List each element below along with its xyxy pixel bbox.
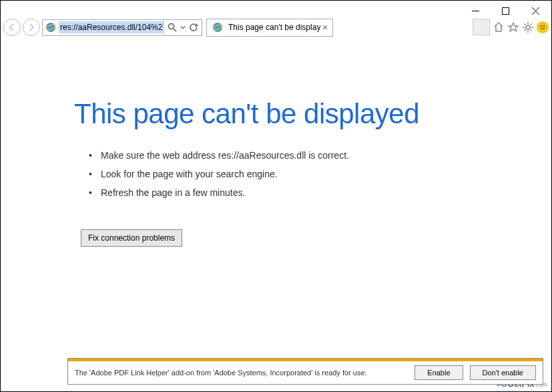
right-toolbar (473, 19, 549, 35)
toolbar-separator (473, 19, 490, 35)
addon-message: The 'Adobe PDF Link Helper' add-on from … (75, 368, 408, 377)
tab-close-icon[interactable]: × (320, 23, 330, 32)
smiley-icon[interactable] (537, 21, 549, 33)
svg-point-11 (541, 25, 542, 27)
back-button[interactable] (3, 19, 21, 36)
svg-point-10 (526, 25, 530, 29)
svg-rect-1 (503, 7, 509, 14)
svg-point-12 (543, 25, 545, 27)
home-icon[interactable] (493, 21, 505, 33)
refresh-icon[interactable] (189, 23, 198, 32)
maximize-button[interactable] (491, 1, 521, 20)
ie-icon (212, 21, 224, 33)
enable-button[interactable]: Enable (415, 365, 463, 380)
minimize-button[interactable] (461, 1, 491, 20)
browser-tab[interactable]: This page can't be displayed × (206, 19, 333, 37)
search-icon[interactable] (168, 23, 177, 32)
suggestion-item: Refresh the page in a few minutes. (101, 187, 478, 198)
error-page: This page can't be displayed Make sure t… (1, 38, 551, 247)
dropdown-icon[interactable] (180, 23, 186, 32)
forward-button[interactable] (23, 19, 40, 36)
ie-icon (45, 21, 57, 33)
favorites-icon[interactable] (507, 21, 519, 33)
url-input[interactable] (59, 21, 164, 33)
fix-connection-button[interactable]: Fix connection problems (81, 229, 182, 247)
close-button[interactable] (521, 1, 551, 20)
svg-line-7 (174, 29, 176, 31)
svg-point-6 (169, 24, 174, 29)
tab-title: This page can't be displayed (226, 23, 320, 32)
addon-notification-bar: The 'Adobe PDF Link Helper' add-on from … (67, 358, 543, 385)
suggestion-item: Look for the page with your search engin… (101, 169, 478, 179)
suggestion-item: Make sure the web address res://aaResour… (101, 150, 478, 161)
address-bar (42, 19, 202, 36)
suggestion-list: Make sure the web address res://aaResour… (74, 150, 478, 198)
dont-enable-button[interactable]: Don't enable (470, 365, 536, 380)
error-heading: This page can't be displayed (74, 98, 478, 130)
gear-icon[interactable] (522, 21, 534, 33)
